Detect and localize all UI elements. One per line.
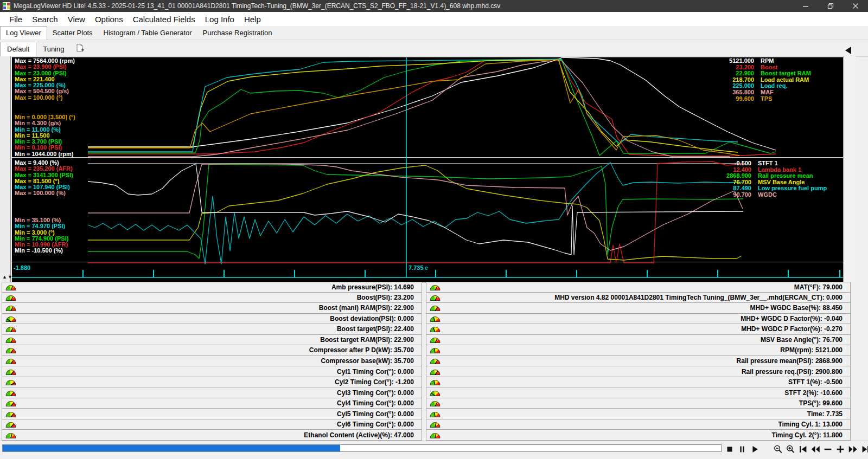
go-start-button[interactable] (796, 442, 809, 456)
fast-rewind-button[interactable] (809, 442, 821, 456)
gauge-row[interactable]: Cyl1 Timing Cor(°): 0.000 (2, 366, 422, 377)
gauge-row[interactable]: Compressor after P D(kW): 35.700 (2, 345, 422, 356)
chart-right-scrollbar[interactable] (843, 56, 856, 282)
panel1-min-labels: Min = 0.000 [3.500] (°)Min = 4.300 (g/s)… (15, 114, 75, 157)
view-tab-default[interactable]: Default (0, 42, 36, 56)
playback-progress-fill (3, 445, 340, 451)
maximize-button[interactable] (818, 0, 843, 12)
gauge-dial-icon (5, 304, 17, 312)
gauge-row[interactable]: TPS(°): 99.600 (426, 398, 851, 409)
minimize-button[interactable] (793, 0, 818, 12)
gauge-row[interactable]: MSV Base Angle(°): 76.700 (426, 334, 851, 346)
gauge-row[interactable]: Ethanol Content (Active)(%): 47.000 (2, 429, 422, 441)
gauge-row[interactable]: Timing Cyl. 2(°): 11.800 (426, 429, 851, 441)
gauge-label: MSV Base Angle(°): 76.700 (441, 336, 850, 344)
gauge-row[interactable]: STFT 2(%): -10.600 (426, 387, 851, 398)
gauge-label: MAT(°F): 79.000 (441, 283, 850, 291)
axis-end-marker: e (425, 264, 428, 271)
legend-entry: 365.800MAF (700, 89, 811, 96)
go-end-button[interactable] (859, 442, 868, 456)
gauge-row[interactable]: MHD+ WGDC Base(%): 88.450 (426, 302, 851, 314)
gauge-row[interactable]: MHD+ WGDC P Factor(%): -0.270 (426, 324, 851, 335)
gauge-row[interactable]: Boost target RAM(PSI): 22.900 (2, 334, 422, 346)
view-tab-bar: DefaultTuning (0, 40, 868, 57)
menu-options[interactable]: Options (90, 15, 128, 24)
gauge-row[interactable]: Rail pressure req.(PSI): 2900.800 (426, 366, 851, 377)
gauge-row[interactable]: Boost deviation(PSI): 0.000 (2, 313, 422, 325)
gauge-row[interactable]: MHD version 4.82 00001A841D2801 TimingTe… (426, 292, 851, 303)
tab-histogram-table-generator[interactable]: Histogram / Table Generator (98, 27, 197, 40)
main-tab-bar: Log ViewerScatter PlotsHistogram / Table… (0, 26, 868, 40)
series-maf (88, 61, 730, 157)
legend-label: RPM (761, 58, 774, 64)
gauge-row[interactable]: MAT(°F): 79.000 (426, 282, 851, 293)
view-tab-tuning[interactable]: Tuning (36, 42, 71, 56)
chart-left-gutter (0, 56, 12, 282)
legend-entry: 218.700Load actual RAM (700, 77, 811, 83)
gauge-row[interactable]: Cyl5 Timing Cor(°): 0.000 (2, 408, 422, 419)
gauge-row[interactable]: STFT 1(%): -0.500 (426, 377, 851, 388)
gauge-dial-icon (5, 378, 17, 386)
collapse-panel-arrow-icon[interactable] (845, 47, 851, 54)
stop-button[interactable] (723, 442, 736, 456)
step-minus-button[interactable] (821, 442, 834, 456)
gauge-row[interactable]: Cyl3 Timing Cor(°): 0.000 (2, 387, 422, 398)
tab-purchase-registration[interactable]: Purchase Registration (197, 27, 278, 40)
panel2-legend: -0.500STFT 112.400Lambda bank 12868.900R… (673, 160, 827, 198)
gauge-row[interactable]: Time: 7.735 (426, 408, 851, 419)
step-plus-button[interactable] (834, 442, 846, 456)
gauge-row[interactable]: RPM(rpm): 5121.000 (426, 345, 851, 356)
gauge-label: Boost (mani) RAM(PSI): 22.900 (17, 304, 422, 312)
playback-progress-bar[interactable] (2, 444, 722, 452)
gauge-label: MHD version 4.82 00001A841D2801 TimingTe… (441, 294, 850, 301)
gauge-row[interactable]: Timing Cyl. 1: 13.000 (426, 419, 851, 430)
gauge-row[interactable]: Compressor base(kW): 35.700 (2, 355, 422, 367)
gauge-row[interactable]: Cyl4 Timing Cor(°): 0.000 (2, 398, 422, 409)
zoom-out-button[interactable] (771, 442, 784, 456)
gauge-label: MHD+ WGDC Base(%): 88.450 (441, 304, 850, 312)
play-button[interactable] (748, 442, 761, 456)
gauge-dial-icon (5, 389, 17, 397)
zoom-in-button[interactable] (784, 442, 796, 456)
pause-button[interactable] (736, 442, 748, 456)
gauge-row[interactable]: Amb pressure(PSI): 14.690 (2, 282, 422, 293)
legend-entry: 225.000Load req. (700, 83, 811, 89)
close-button[interactable] (843, 0, 868, 12)
gauge-label: Cyl4 Timing Cor(°): 0.000 (17, 399, 422, 407)
gauge-label: Time: 7.735 (441, 410, 850, 418)
menu-search[interactable]: Search (27, 15, 63, 24)
legend-value: 5121.000 (700, 58, 754, 64)
menu-view[interactable]: View (63, 15, 90, 24)
gauge-label: Rail pressure req.(PSI): 2900.800 (441, 368, 850, 376)
menu-help[interactable]: Help (239, 15, 266, 24)
gauge-row[interactable]: Cyl6 Timing Cor(°): 0.000 (2, 419, 422, 430)
fast-forward-button[interactable] (846, 442, 859, 456)
menu-file[interactable]: File (4, 15, 27, 24)
series-stft1 (88, 164, 743, 255)
gauge-row[interactable]: Boost(PSI): 23.200 (2, 292, 422, 303)
gauge-label: Rail pressure mean(PSI): 2868.900 (441, 357, 850, 365)
menu-log-info[interactable]: Log Info (200, 15, 239, 24)
gauge-dial-icon (429, 378, 441, 386)
new-view-icon[interactable] (75, 43, 85, 55)
series-range-label: Max = 100.000 (%) (15, 190, 73, 196)
gauge-dial-icon (5, 315, 17, 322)
menu-calculated-fields[interactable]: Calculated Fields (128, 15, 200, 24)
gauge-row[interactable]: Boost (mani) RAM(PSI): 22.900 (2, 302, 422, 314)
gauge-row[interactable]: Rail pressure mean(PSI): 2868.900 (426, 355, 851, 367)
pan-arrows-icon[interactable]: ▲▼ (2, 274, 13, 280)
gauge-row[interactable]: MHD+ WGDC D Factor(%): -0.040 (426, 313, 851, 325)
gauge-row[interactable]: Cyl2 Timing Cor(°): -1.200 (2, 377, 422, 388)
gauge-row[interactable]: Boost target(PSI): 22.400 (2, 324, 422, 335)
legend-label: MAF (761, 89, 774, 96)
gauge-label: MHD+ WGDC D Factor(%): -0.040 (441, 315, 850, 322)
gauge-label: Boost deviation(PSI): 0.000 (17, 315, 422, 322)
gauge-label: Boost target(PSI): 22.400 (17, 325, 422, 333)
gauge-label: Timing Cyl. 2(°): 11.800 (441, 431, 850, 439)
gauge-label: Timing Cyl. 1: 13.000 (441, 421, 850, 428)
gauge-dial-icon (5, 357, 17, 365)
tab-scatter-plots[interactable]: Scatter Plots (47, 27, 98, 40)
legend-entry: 5121.000RPM (700, 58, 811, 64)
tab-log-viewer[interactable]: Log Viewer (0, 26, 47, 40)
gauge-label: Boost target RAM(PSI): 22.900 (17, 336, 422, 344)
